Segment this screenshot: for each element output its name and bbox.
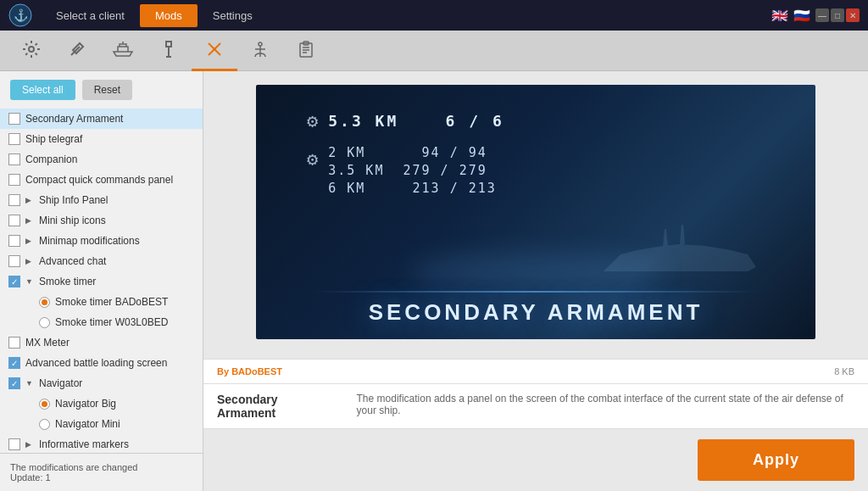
list-item[interactable]: Secondary Armament bbox=[0, 109, 203, 129]
expand-arrow-icon[interactable]: ▶ bbox=[25, 440, 34, 449]
tab-settings[interactable] bbox=[8, 31, 54, 71]
mod-description: The modification adds a panel on the scr… bbox=[357, 393, 854, 420]
list-item[interactable]: Compact quick commands panel bbox=[0, 170, 203, 190]
item-label: Mini ship icons bbox=[39, 215, 106, 226]
item-label: Smoke timer W03L0BED bbox=[55, 316, 168, 328]
description-bar: Secondary Armament The modification adds… bbox=[203, 384, 868, 429]
checkbox-companion[interactable] bbox=[8, 153, 20, 165]
list-item[interactable]: ✓ Advanced battle loading screen bbox=[0, 353, 203, 373]
item-label: Minimap modifications bbox=[39, 235, 140, 247]
list-item[interactable]: ▶ Informative markers bbox=[0, 434, 203, 453]
content-area: ⚙ 5.3 KM 6 / 6 ⚙ 2 KM 94 / 94 3.5 KM 279… bbox=[203, 71, 868, 491]
sidebar-list: Secondary Armament Ship telegraf Compani… bbox=[0, 109, 203, 453]
checkbox-informative-markers[interactable] bbox=[8, 438, 20, 450]
radio-navigator-big[interactable] bbox=[39, 399, 50, 410]
item-label: Compact quick commands panel bbox=[25, 174, 173, 186]
item-label: Ship Info Panel bbox=[39, 194, 108, 206]
item-label: Advanced battle loading screen bbox=[25, 357, 167, 369]
expand-arrow-icon[interactable]: ▼ bbox=[25, 277, 34, 286]
meta-bar: By BADoBEST 8 KB bbox=[203, 359, 868, 384]
item-label: Ship telegraf bbox=[25, 133, 82, 145]
list-item[interactable]: Ship telegraf bbox=[0, 129, 203, 149]
checkbox-advanced-chat[interactable] bbox=[8, 255, 20, 267]
maximize-button[interactable]: □ bbox=[831, 8, 844, 22]
author-name: BADoBEST bbox=[231, 366, 282, 377]
item-label: Smoke timer BADoBEST bbox=[55, 296, 168, 308]
list-item[interactable]: Navigator Mini bbox=[0, 414, 203, 434]
stat-row-2c: 6 KM 213 / 213 bbox=[328, 181, 497, 196]
checkbox-advanced-battle[interactable]: ✓ bbox=[8, 357, 20, 369]
item-label: MX Meter bbox=[25, 337, 70, 349]
checkbox-secondary-armament[interactable] bbox=[8, 113, 20, 125]
expand-arrow-icon[interactable]: ▼ bbox=[25, 379, 34, 388]
list-item[interactable]: ▶ Minimap modifications bbox=[0, 231, 203, 251]
tab-swords[interactable] bbox=[192, 31, 237, 71]
titlebar-right: 🇬🇧 🇷🇺 — □ ✕ bbox=[771, 8, 860, 24]
status-line2: Update: 1 bbox=[10, 472, 192, 483]
radio-smoke-bad[interactable] bbox=[39, 297, 50, 308]
expand-arrow-icon[interactable]: ▶ bbox=[25, 257, 34, 265]
reset-button[interactable]: Reset bbox=[82, 80, 132, 100]
checkbox-minimap[interactable] bbox=[8, 235, 20, 247]
checkbox-mini-ship[interactable] bbox=[8, 215, 20, 226]
tab-hammer[interactable] bbox=[146, 31, 192, 71]
item-label: Advanced chat bbox=[39, 255, 106, 267]
main-layout: Select all Reset Secondary Armament Ship… bbox=[0, 71, 868, 491]
sidebar-status: The modifications are changed Update: 1 bbox=[0, 453, 203, 491]
titlebar: ⚓ Select a client Mods Settings 🇬🇧 🇷🇺 — … bbox=[0, 0, 868, 31]
app-logo: ⚓ bbox=[8, 3, 32, 27]
svg-point-6 bbox=[259, 42, 262, 46]
preview-image: ⚙ 5.3 KM 6 / 6 ⚙ 2 KM 94 / 94 3.5 KM 279… bbox=[256, 85, 815, 339]
tab-tools[interactable] bbox=[54, 31, 100, 71]
preview-title: SECONDARY ARMAMENT bbox=[256, 299, 815, 326]
flag-ru-icon[interactable]: 🇷🇺 bbox=[793, 8, 810, 24]
ship-silhouette bbox=[595, 220, 765, 288]
expand-arrow-icon[interactable]: ▶ bbox=[25, 196, 34, 204]
list-item[interactable]: ▶ Advanced chat bbox=[0, 251, 203, 271]
list-item[interactable]: ▶ Ship Info Panel bbox=[0, 190, 203, 210]
tab-clipboard[interactable] bbox=[283, 31, 329, 71]
list-item[interactable]: Smoke timer BADoBEST bbox=[0, 292, 203, 312]
list-item[interactable]: Companion bbox=[0, 149, 203, 170]
nav-settings[interactable]: Settings bbox=[198, 4, 268, 27]
icon-tabbar bbox=[0, 31, 868, 71]
list-item[interactable]: ✓ ▼ Navigator bbox=[0, 373, 203, 393]
nav-select-client[interactable]: Select a client bbox=[41, 4, 140, 27]
expand-arrow-icon[interactable]: ▶ bbox=[25, 216, 34, 225]
author-info: By BADoBEST bbox=[217, 366, 282, 377]
list-item[interactable]: MX Meter bbox=[0, 332, 203, 353]
list-item[interactable]: ▶ Mini ship icons bbox=[0, 210, 203, 231]
item-label: Informative markers bbox=[39, 438, 129, 450]
radio-navigator-mini[interactable] bbox=[39, 419, 50, 430]
action-bar: Apply bbox=[203, 429, 868, 491]
checkbox-smoke-timer[interactable]: ✓ bbox=[8, 276, 20, 287]
checkbox-compact-quick[interactable] bbox=[8, 174, 20, 186]
minimize-button[interactable]: — bbox=[815, 8, 829, 22]
main-nav: Select a client Mods Settings bbox=[41, 4, 268, 27]
flag-uk-icon[interactable]: 🇬🇧 bbox=[771, 8, 788, 24]
stat-row-2a: 2 KM 94 / 94 bbox=[328, 145, 497, 160]
mod-title: Secondary Armament bbox=[217, 393, 331, 420]
tab-anchor[interactable] bbox=[237, 31, 283, 71]
stat-row-1: 5.3 KM 6 / 6 bbox=[328, 112, 504, 130]
close-button[interactable]: ✕ bbox=[846, 8, 860, 22]
checkbox-navigator[interactable]: ✓ bbox=[8, 377, 20, 389]
nav-mods[interactable]: Mods bbox=[140, 4, 198, 27]
stat-row-2b: 3.5 KM 279 / 279 bbox=[328, 163, 497, 178]
list-item[interactable]: ✓ ▼ Smoke timer bbox=[0, 271, 203, 292]
select-all-button[interactable]: Select all bbox=[10, 80, 75, 100]
sidebar-toolbar: Select all Reset bbox=[0, 71, 203, 109]
expand-arrow-icon[interactable]: ▶ bbox=[25, 237, 34, 245]
list-item[interactable]: Navigator Big bbox=[0, 393, 203, 414]
item-label: Navigator Mini bbox=[55, 418, 120, 430]
status-line1: The modifications are changed bbox=[10, 462, 192, 472]
svg-rect-5 bbox=[213, 47, 216, 51]
checkbox-ship-telegraf[interactable] bbox=[8, 133, 20, 145]
sidebar: Select all Reset Secondary Armament Ship… bbox=[0, 71, 203, 491]
apply-button[interactable]: Apply bbox=[698, 439, 854, 481]
list-item[interactable]: Smoke timer W03L0BED bbox=[0, 312, 203, 332]
tab-ship[interactable] bbox=[100, 31, 146, 71]
checkbox-ship-info[interactable] bbox=[8, 194, 20, 206]
checkbox-mx-meter[interactable] bbox=[8, 337, 20, 349]
radio-smoke-w03[interactable] bbox=[39, 317, 50, 328]
